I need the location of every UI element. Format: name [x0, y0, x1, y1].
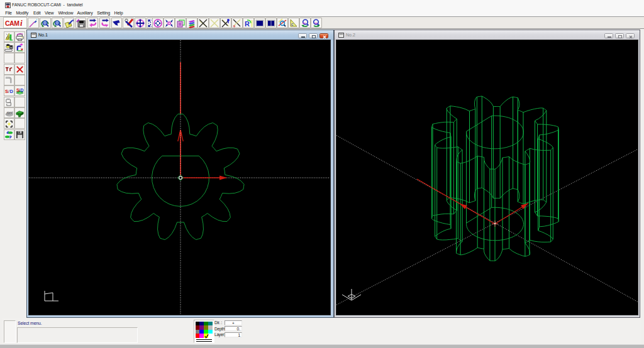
- svg-text:D: D: [9, 89, 13, 94]
- svg-text:D: D: [21, 88, 24, 92]
- svg-text:NO: NO: [7, 111, 13, 115]
- svg-text:c: c: [291, 22, 294, 26]
- svg-text:R: R: [245, 20, 250, 28]
